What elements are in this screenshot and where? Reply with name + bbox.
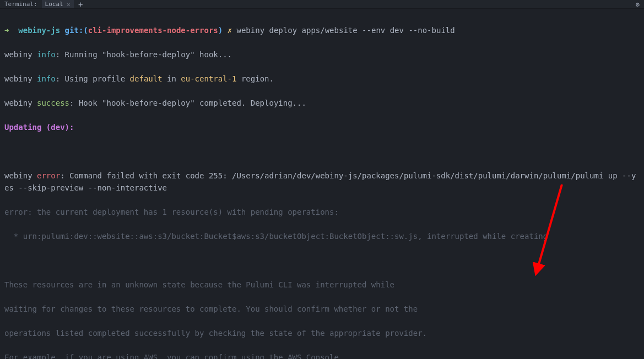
dimmed-line: For example, if you are using AWS, you c… <box>4 351 640 359</box>
tab-name: Local <box>45 1 63 8</box>
prompt-arrow: ➜ <box>4 26 9 35</box>
output-line: webiny info: Using profile default in eu… <box>4 73 640 85</box>
gear-icon[interactable]: ⚙ <box>636 1 640 8</box>
terminal-output[interactable]: ➜ webiny-js git:(cli-improvements-node-e… <box>0 9 644 359</box>
blank-line <box>4 254 640 266</box>
dirty-mark: ✗ <box>228 26 232 35</box>
close-icon[interactable]: ✕ <box>67 1 71 8</box>
command-text: webiny deploy apps/website --env dev --n… <box>237 26 455 35</box>
dimmed-line: error: the current deployment has 1 reso… <box>4 206 640 218</box>
dimmed-line: These resources are in an unknown state … <box>4 279 640 291</box>
git-prefix: git:( <box>65 26 88 35</box>
dimmed-line: waiting for changes to these resources t… <box>4 303 640 315</box>
blank-line <box>4 145 640 157</box>
prompt-dir: webiny-js <box>18 26 60 35</box>
output-line: webiny error: Command failed with exit c… <box>4 170 640 194</box>
git-branch: cli-improvements-node-errors <box>88 26 218 35</box>
tab-bar: Terminal: Local ✕ + ⚙ <box>0 0 644 9</box>
git-suffix: ) <box>218 26 223 35</box>
prompt-line: ➜ webiny-js git:(cli-improvements-node-e… <box>4 24 640 36</box>
plus-icon[interactable]: + <box>74 0 87 9</box>
output-line: webiny info: Running "hook-before-deploy… <box>4 48 640 61</box>
dimmed-line: operations listed completed successfully… <box>4 327 640 339</box>
dimmed-line: * urn:pulumi:dev::website::aws:s3/bucket… <box>4 230 640 242</box>
tab-local[interactable]: Local ✕ <box>42 0 74 8</box>
output-line: Updating (dev): <box>4 121 640 133</box>
terminal-label: Terminal: <box>0 1 42 8</box>
output-line: webiny success: Hook "hook-before-deploy… <box>4 97 640 109</box>
